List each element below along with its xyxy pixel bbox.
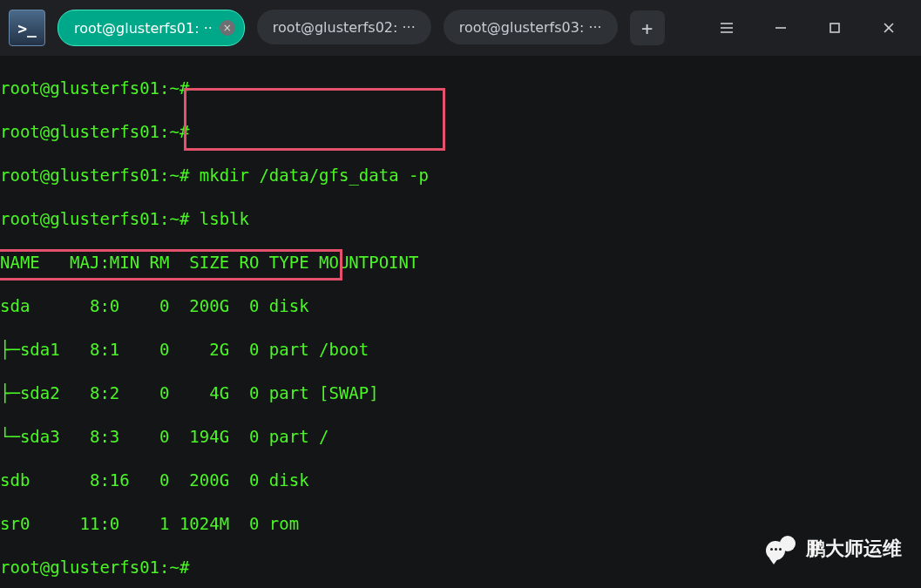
menu-icon bbox=[719, 20, 735, 36]
command-text: mkdir /data/gfs_data -p bbox=[200, 166, 429, 185]
minimize-button[interactable] bbox=[754, 8, 808, 48]
command-text: lsblk bbox=[200, 209, 249, 228]
lsblk-row: sda 8:0 0 200G 0 disk bbox=[0, 295, 921, 317]
lsblk-row: sdb 8:16 0 200G 0 disk bbox=[0, 470, 921, 491]
titlebar: >_ root@glusterfs01: ·· × root@glusterfs… bbox=[0, 0, 921, 56]
watermark: 鹏大师运维 bbox=[766, 536, 902, 562]
maximize-icon bbox=[827, 20, 843, 36]
terminal-app-glyph: >_ bbox=[17, 19, 37, 37]
close-icon bbox=[881, 20, 897, 36]
tab-glusterfs03[interactable]: root@glusterfs03: ··· bbox=[444, 10, 618, 44]
maximize-button[interactable] bbox=[808, 8, 862, 48]
tab-bar: root@glusterfs01: ·· × root@glusterfs02:… bbox=[58, 10, 618, 46]
svg-rect-4 bbox=[830, 24, 839, 32]
close-icon[interactable]: × bbox=[220, 20, 235, 36]
hamburger-menu-button[interactable] bbox=[700, 8, 754, 48]
lsblk-row: ├─sda2 8:2 0 4G 0 part [SWAP] bbox=[0, 382, 921, 404]
shell-prompt: root@glusterfs01:~# bbox=[0, 78, 189, 98]
window-controls bbox=[700, 8, 916, 48]
wechat-icon bbox=[766, 536, 796, 562]
tab-glusterfs01[interactable]: root@glusterfs01: ·· × bbox=[58, 10, 245, 46]
lsblk-row: └─sda3 8:3 0 194G 0 part / bbox=[0, 426, 921, 448]
terminal-output[interactable]: root@glusterfs01:~# root@glusterfs01:~# … bbox=[0, 56, 921, 588]
tab-label: root@glusterfs02: ··· bbox=[273, 19, 416, 36]
shell-prompt: root@glusterfs01:~# bbox=[0, 166, 189, 185]
tab-label: root@glusterfs03: ··· bbox=[459, 19, 602, 36]
lsblk-header: NAME MAJ:MIN RM SIZE RO TYPE MOUNTPOINT bbox=[0, 252, 921, 274]
close-window-button[interactable] bbox=[862, 8, 916, 48]
shell-prompt: root@glusterfs01:~# bbox=[0, 122, 189, 141]
minimize-icon bbox=[773, 20, 789, 36]
plus-icon: + bbox=[641, 17, 653, 39]
lsblk-row: sr0 11:0 1 1024M 0 rom bbox=[0, 513, 921, 535]
new-tab-button[interactable]: + bbox=[630, 10, 665, 45]
shell-prompt: root@glusterfs01:~# bbox=[0, 209, 189, 228]
tab-label: root@glusterfs01: ·· bbox=[74, 20, 213, 37]
shell-prompt: root@glusterfs01:~# bbox=[0, 558, 189, 577]
terminal-app-icon: >_ bbox=[9, 10, 45, 46]
tab-glusterfs02[interactable]: root@glusterfs02: ··· bbox=[257, 10, 431, 44]
lsblk-row: ├─sda1 8:1 0 2G 0 part /boot bbox=[0, 339, 921, 361]
watermark-text: 鹏大师运维 bbox=[806, 536, 902, 562]
